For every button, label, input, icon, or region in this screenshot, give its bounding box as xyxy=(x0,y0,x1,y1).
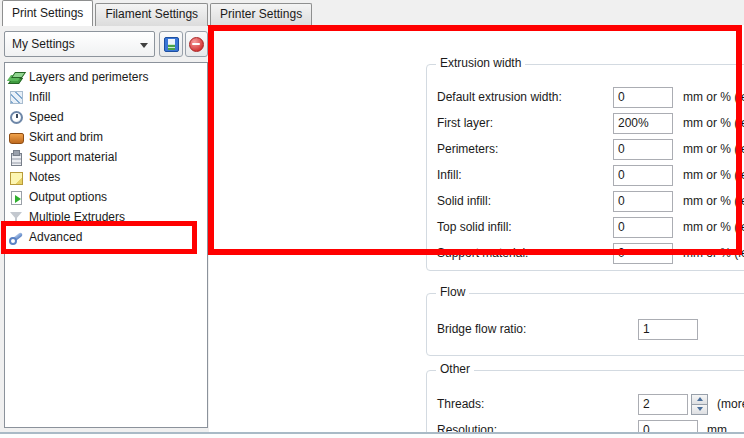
form-row-default-extrusion-width: Default extrusion width: mm or % (leave … xyxy=(437,86,744,108)
sidebar-item-label: Layers and perimeters xyxy=(24,70,148,84)
extrusion-width-group: Extrusion width Default extrusion width:… xyxy=(426,64,744,271)
solid-infill-input[interactable] xyxy=(613,191,673,212)
form-row-threads: Threads: (more speed but more memory usa… xyxy=(437,393,744,415)
field-hint: mm or % (leave 0 for default) xyxy=(683,142,744,156)
spin-up-button[interactable] xyxy=(691,394,708,405)
field-hint: mm or % (leave 0 for default) xyxy=(683,116,744,130)
field-label: Top solid infill: xyxy=(437,220,613,234)
field-label: First layer: xyxy=(437,116,613,130)
field-label: Solid infill: xyxy=(437,194,613,208)
sidebar-item-infill[interactable]: Infill xyxy=(5,87,207,107)
wrench-icon xyxy=(9,230,24,245)
chevron-down-icon xyxy=(140,43,148,48)
first-layer-input[interactable] xyxy=(613,113,673,134)
sidebar-item-output-options[interactable]: Output options xyxy=(5,187,207,207)
field-label: Infill: xyxy=(437,168,613,182)
field-hint: mm or % (leave 0 for default) xyxy=(683,246,744,260)
field-label: Default extrusion width: xyxy=(437,90,613,104)
form-row-infill: Infill: mm or % (leave 0 for default) xyxy=(437,164,744,186)
save-preset-button[interactable] xyxy=(159,31,183,57)
tab-printer-settings[interactable]: Printer Settings xyxy=(210,3,312,26)
settings-page-advanced: Extrusion width Default extrusion width:… xyxy=(209,25,744,432)
sidebar-item-support-material[interactable]: Support material xyxy=(5,147,207,167)
settings-tab-bar: Print Settings Filament Settings Printer… xyxy=(0,0,744,26)
spin-down-button[interactable] xyxy=(691,405,708,415)
building-icon xyxy=(9,150,24,165)
sidebar-item-label: Output options xyxy=(24,190,107,204)
sidebar-item-label: Infill xyxy=(24,90,50,104)
field-label: Support material: xyxy=(437,246,613,260)
sidebar-item-multiple-extruders[interactable]: Multiple Extruders xyxy=(5,207,207,227)
top-solid-infill-input[interactable] xyxy=(613,217,673,238)
sidebar-item-label: Notes xyxy=(24,170,60,184)
threads-input[interactable] xyxy=(638,394,688,415)
skirt-box-icon xyxy=(9,130,24,145)
field-hint: mm or % (leave 0 for default) xyxy=(683,220,744,234)
form-row-support-material: Support material: mm or % (leave 0 for d… xyxy=(437,242,744,264)
default-extrusion-width-input[interactable] xyxy=(613,87,673,108)
threads-spinner xyxy=(691,394,708,415)
form-row-first-layer: First layer: mm or % (leave 0 for defaul… xyxy=(437,112,744,134)
field-label: Threads: xyxy=(437,397,638,411)
bridge-flow-ratio-input[interactable] xyxy=(638,319,698,340)
clock-icon xyxy=(9,110,24,125)
slicer-settings-window: Print Settings Filament Settings Printer… xyxy=(0,0,744,438)
group-title: Flow xyxy=(436,285,469,299)
layers-icon xyxy=(9,70,24,85)
field-hint: (more speed but more memory usage) xyxy=(717,397,744,411)
settings-category-list: Layers and perimeters Infill Speed Skirt… xyxy=(4,62,208,428)
floppy-disk-icon xyxy=(164,37,179,52)
funnel-icon xyxy=(9,210,24,225)
field-hint: mm or % (leave 0 for default) xyxy=(683,194,744,208)
preset-select[interactable]: My Settings xyxy=(4,31,155,57)
form-row-top-solid-infill: Top solid infill: mm or % (leave 0 for d… xyxy=(437,216,744,238)
field-label: Perimeters: xyxy=(437,142,613,156)
sidebar-item-advanced[interactable]: Advanced xyxy=(5,227,207,247)
tab-print-settings[interactable]: Print Settings xyxy=(2,0,93,26)
page-arrow-icon xyxy=(9,190,24,205)
sidebar-item-label: Speed xyxy=(24,110,64,124)
red-minus-circle-icon xyxy=(189,37,204,52)
flow-group: Flow Bridge flow ratio: xyxy=(426,293,744,356)
infill-pattern-icon xyxy=(9,90,24,105)
sidebar-item-label: Skirt and brim xyxy=(24,130,103,144)
other-group: Other Threads: (more speed but more memo… xyxy=(426,370,744,438)
sticky-note-icon xyxy=(9,170,24,185)
sidebar-item-skirt-and-brim[interactable]: Skirt and brim xyxy=(5,127,207,147)
support-material-input[interactable] xyxy=(613,243,673,264)
sidebar-item-label: Multiple Extruders xyxy=(24,210,125,224)
field-label: Bridge flow ratio: xyxy=(437,322,638,336)
triangle-up-icon xyxy=(697,397,703,401)
form-row-perimeters: Perimeters: mm or % (leave 0 for default… xyxy=(437,138,744,160)
field-hint: mm or % (leave 0 for default) xyxy=(683,168,744,182)
preset-select-value: My Settings xyxy=(12,37,75,51)
form-row-solid-infill: Solid infill: mm or % (leave 0 for defau… xyxy=(437,190,744,212)
form-row-bridge-flow-ratio: Bridge flow ratio: xyxy=(437,318,744,340)
window-bottom-margin xyxy=(0,434,744,438)
sidebar-item-notes[interactable]: Notes xyxy=(5,167,207,187)
sidebar-item-label: Support material xyxy=(24,150,117,164)
group-title: Other xyxy=(436,362,474,376)
group-title: Extrusion width xyxy=(436,56,525,70)
tab-filament-settings[interactable]: Filament Settings xyxy=(95,3,208,26)
sidebar-item-layers-and-perimeters[interactable]: Layers and perimeters xyxy=(5,67,207,87)
delete-preset-button[interactable] xyxy=(185,31,208,57)
sidebar-item-speed[interactable]: Speed xyxy=(5,107,207,127)
field-hint: mm or % (leave 0 for auto) xyxy=(683,90,744,104)
infill-input[interactable] xyxy=(613,165,673,186)
sidebar-item-label: Advanced xyxy=(24,230,82,244)
triangle-down-icon xyxy=(697,407,703,411)
perimeters-input[interactable] xyxy=(613,139,673,160)
